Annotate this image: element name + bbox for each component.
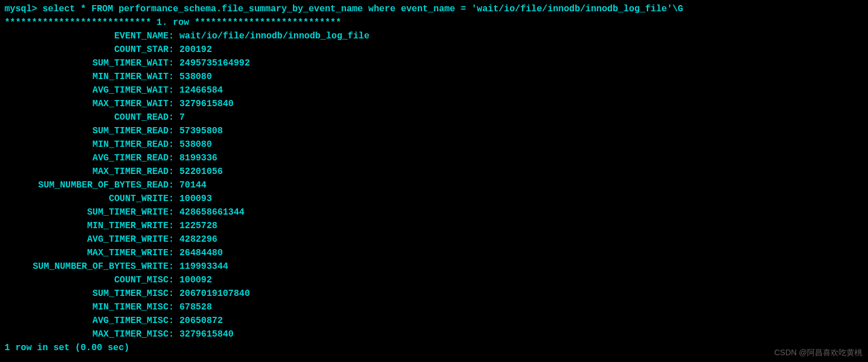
field-colon: : [169, 194, 179, 204]
field-value: 678528 [179, 302, 212, 312]
field-colon: : [169, 153, 179, 163]
field-label: COUNT_WRITE [5, 192, 169, 206]
field-row: SUM_NUMBER_OF_BYTES_WRITE: 119993344 [5, 260, 863, 273]
field-label: MAX_TIMER_WRITE [5, 246, 169, 260]
field-value: 7 [179, 112, 185, 123]
field-colon: : [169, 316, 179, 326]
field-colon: : [169, 248, 179, 258]
field-value: 1225728 [179, 221, 217, 231]
field-value: 70144 [179, 180, 206, 190]
field-label: SUM_TIMER_MISC [5, 287, 169, 300]
watermark: CSDN @阿昌喜欢吃黄桃 [774, 347, 862, 359]
field-row: COUNT_MISC: 100092 [5, 273, 863, 287]
field-row: MIN_TIMER_READ: 538080 [5, 138, 863, 151]
field-value: 20650872 [179, 316, 223, 326]
field-row: COUNT_WRITE: 100093 [5, 192, 863, 206]
field-colon: : [169, 167, 179, 177]
field-value: 57395808 [179, 126, 223, 136]
field-value: 2495735164992 [179, 58, 250, 68]
field-colon: : [169, 126, 179, 136]
field-row: SUM_NUMBER_OF_BYTES_READ: 70144 [5, 178, 863, 192]
field-row: AVG_TIMER_MISC: 20650872 [5, 314, 863, 328]
field-colon: : [169, 139, 179, 150]
field-value: 538080 [179, 72, 212, 82]
result-fields: EVENT_NAME: wait/io/file/innodb/innodb_l… [5, 29, 863, 341]
field-label: SUM_NUMBER_OF_BYTES_WRITE [5, 260, 169, 273]
field-value: 100092 [179, 275, 212, 285]
field-row: MAX_TIMER_WRITE: 26484480 [5, 246, 863, 260]
field-label: SUM_TIMER_READ [5, 124, 169, 138]
field-row: MAX_TIMER_READ: 52201056 [5, 165, 863, 178]
field-label: AVG_TIMER_MISC [5, 314, 169, 328]
field-label: AVG_TIMER_READ [5, 151, 169, 165]
field-colon: : [169, 261, 179, 272]
field-value: 12466584 [179, 85, 223, 95]
field-value: wait/io/file/innodb/innodb_log_file [179, 31, 369, 41]
field-value: 52201056 [179, 167, 223, 177]
field-label: COUNT_STAR [5, 43, 169, 56]
field-colon: : [169, 58, 179, 68]
field-label: MIN_TIMER_WRITE [5, 219, 169, 233]
field-value: 100093 [179, 194, 212, 204]
field-label: SUM_TIMER_WRITE [5, 206, 169, 219]
field-colon: : [169, 180, 179, 190]
field-colon: : [169, 31, 179, 41]
field-value: 8199336 [179, 153, 217, 163]
field-row: AVG_TIMER_WAIT: 12466584 [5, 84, 863, 97]
field-row: COUNT_STAR: 200192 [5, 43, 863, 56]
field-colon: : [169, 329, 179, 339]
field-label: AVG_TIMER_WRITE [5, 233, 169, 246]
field-label: MAX_TIMER_MISC [5, 328, 169, 341]
field-label: COUNT_READ [5, 111, 169, 124]
field-value: 200192 [179, 45, 212, 55]
field-colon: : [169, 112, 179, 123]
mysql-prompt-line: mysql> select * FROM performance_schema.… [5, 2, 863, 16]
field-label: COUNT_MISC [5, 273, 169, 287]
field-value: 26484480 [179, 248, 223, 258]
field-row: COUNT_READ: 7 [5, 111, 863, 124]
field-label: SUM_TIMER_WAIT [5, 56, 169, 70]
field-row: MAX_TIMER_MISC: 3279615840 [5, 328, 863, 341]
field-row: SUM_TIMER_WAIT: 2495735164992 [5, 56, 863, 70]
field-colon: : [169, 289, 179, 299]
field-colon: : [169, 85, 179, 95]
field-label: MAX_TIMER_WAIT [5, 97, 169, 111]
field-label: MIN_TIMER_MISC [5, 300, 169, 314]
field-colon: : [169, 302, 179, 312]
field-value: 538080 [179, 139, 212, 150]
field-value: 3279615840 [179, 329, 234, 339]
field-row: MIN_TIMER_WRITE: 1225728 [5, 219, 863, 233]
field-value: 3279615840 [179, 99, 234, 109]
field-label: MAX_TIMER_READ [5, 165, 169, 178]
field-label: AVG_TIMER_WAIT [5, 84, 169, 97]
field-colon: : [169, 275, 179, 285]
field-value: 428658661344 [179, 207, 244, 217]
field-row: AVG_TIMER_READ: 8199336 [5, 151, 863, 165]
field-value: 119993344 [179, 261, 228, 272]
field-row: SUM_TIMER_READ: 57395808 [5, 124, 863, 138]
field-colon: : [169, 234, 179, 245]
field-colon: : [169, 45, 179, 55]
field-label: SUM_NUMBER_OF_BYTES_READ [5, 178, 169, 192]
field-row: MIN_TIMER_WAIT: 538080 [5, 70, 863, 84]
field-colon: : [169, 72, 179, 82]
field-label: EVENT_NAME [5, 29, 169, 43]
row-separator: *************************** 1. row *****… [5, 16, 863, 29]
field-label: MIN_TIMER_READ [5, 138, 169, 151]
field-row: EVENT_NAME: wait/io/file/innodb/innodb_l… [5, 29, 863, 43]
field-row: MIN_TIMER_MISC: 678528 [5, 300, 863, 314]
field-row: MAX_TIMER_WAIT: 3279615840 [5, 97, 863, 111]
field-label: MIN_TIMER_WAIT [5, 70, 169, 84]
field-row: AVG_TIMER_WRITE: 4282296 [5, 233, 863, 246]
result-footer: 1 row in set (0.00 sec) [5, 341, 863, 355]
field-colon: : [169, 221, 179, 231]
field-row: SUM_TIMER_MISC: 2067019107840 [5, 287, 863, 300]
field-colon: : [169, 207, 179, 217]
field-value: 2067019107840 [179, 289, 250, 299]
field-value: 4282296 [179, 234, 217, 245]
field-row: SUM_TIMER_WRITE: 428658661344 [5, 206, 863, 219]
field-colon: : [169, 99, 179, 109]
